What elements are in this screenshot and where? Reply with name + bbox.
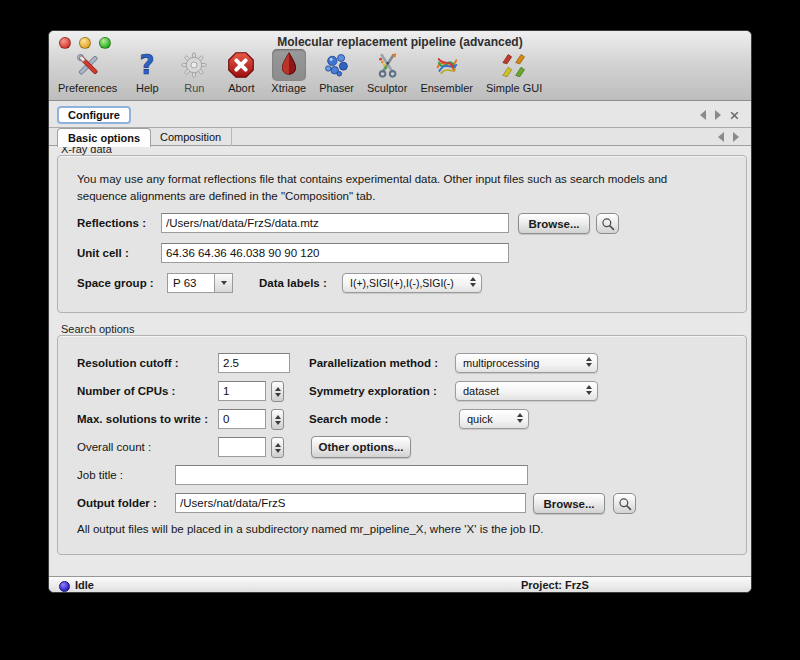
max-solutions-input[interactable] [218, 409, 266, 429]
configure-tab-row: Configure [49, 102, 751, 128]
symmetry-label: Symmetry exploration : [309, 381, 437, 401]
parallelization-value: multiprocessing [463, 357, 539, 369]
status-text: Idle [75, 579, 94, 591]
output-folder-input[interactable] [175, 493, 526, 513]
toolbar-item-ensembler[interactable]: Ensembler [417, 49, 476, 94]
output-note: All output files will be placed in a sub… [77, 523, 544, 535]
num-cpus-input[interactable] [218, 381, 266, 401]
data-labels-label: Data labels : [259, 273, 327, 293]
resolution-cutoff-label: Resolution cutoff : [77, 353, 179, 373]
toolbar-item-help[interactable]: ? Help [127, 49, 167, 94]
symmetry-updown-icon [586, 385, 592, 395]
toolbar-item-preferences[interactable]: Preferences [55, 49, 120, 94]
status-indicator-icon [59, 581, 70, 592]
xray-description-line2: sequence alignments are defined in the "… [77, 190, 375, 202]
space-group-label: Space group : [77, 273, 154, 293]
title-bar: Molecular replacement pipeline (advanced… [49, 31, 751, 101]
max-solutions-label: Max. solutions to write : [77, 409, 208, 429]
output-folder-search-button[interactable] [613, 493, 636, 514]
svg-text:?: ? [140, 51, 155, 79]
ensembler-ribbon-icon [430, 49, 464, 81]
notebook-pager [700, 110, 739, 120]
unit-cell-input[interactable] [161, 243, 509, 263]
data-labels-updown-icon [470, 277, 476, 287]
search-mode-updown-icon [517, 413, 523, 423]
tab-composition[interactable]: Composition [150, 128, 232, 146]
num-cpus-label: Number of CPUs : [77, 381, 175, 401]
status-bar: Idle Project: FrzS [49, 576, 751, 593]
xtriage-icon [272, 49, 306, 81]
resolution-cutoff-input[interactable] [218, 353, 290, 373]
space-group-value: P 63 [173, 277, 196, 289]
magnifier-icon [601, 217, 615, 231]
data-labels-popup[interactable]: I(+),SIGI(+),I(-),SIGI(-) [342, 273, 482, 293]
space-group-dropdown-icon [214, 274, 232, 292]
tab-configure[interactable]: Configure [57, 106, 131, 124]
output-folder-browse-button[interactable]: Browse... [533, 493, 605, 514]
sculptor-scissors-icon [370, 49, 404, 81]
other-options-button[interactable]: Other options... [311, 436, 411, 458]
project-label: Project: FrzS [521, 579, 589, 591]
overall-count-label: Overall count : [77, 437, 151, 457]
run-gear-icon [177, 49, 211, 81]
help-question-icon: ? [130, 49, 164, 81]
phaser-molecule-icon [320, 49, 354, 81]
symmetry-popup[interactable]: dataset [455, 381, 598, 401]
data-labels-value: I(+),SIGI(+),I(-),SIGI(-) [350, 277, 454, 289]
options-tab-row: Basic options Composition [49, 128, 751, 146]
tabs-next-icon[interactable] [733, 132, 739, 142]
toolbar-item-sculptor[interactable]: Sculptor [364, 49, 410, 94]
search-mode-value: quick [467, 413, 493, 425]
abort-stop-icon [224, 49, 258, 81]
basic-options-panel: X-ray data You may use any format reflec… [49, 147, 751, 576]
unit-cell-label: Unit cell : [77, 243, 129, 263]
job-title-label: Job title : [77, 465, 123, 485]
search-mode-label: Search mode : [309, 409, 388, 429]
page-prev-icon[interactable] [700, 110, 706, 120]
overall-count-stepper[interactable] [271, 437, 284, 458]
parallelization-updown-icon [586, 357, 592, 367]
magnifier-icon [618, 497, 632, 511]
max-solutions-stepper[interactable] [271, 409, 284, 430]
toolbar-item-run[interactable]: Run [174, 49, 214, 94]
reflections-search-button[interactable] [596, 213, 619, 234]
search-group-title: Search options [61, 323, 134, 335]
overall-count-input[interactable] [218, 437, 266, 457]
parallelization-label: Parallelization method : [309, 353, 438, 373]
toolbar-item-abort[interactable]: Abort [221, 49, 261, 94]
toolbar-item-simple-gui[interactable]: Simple GUI [483, 49, 545, 94]
reflections-browse-button[interactable]: Browse... [518, 213, 590, 234]
tabs-pager [718, 132, 739, 142]
parallelization-popup[interactable]: multiprocessing [455, 353, 598, 373]
num-cpus-stepper[interactable] [271, 381, 284, 402]
symmetry-value: dataset [463, 385, 499, 397]
window-title: Molecular replacement pipeline (advanced… [49, 35, 751, 49]
space-group-combobox[interactable]: P 63 [167, 273, 233, 293]
search-mode-popup[interactable]: quick [459, 409, 529, 429]
app-window: Molecular replacement pipeline (advanced… [48, 30, 752, 593]
close-tab-icon[interactable] [730, 111, 739, 120]
reflections-label: Reflections : [77, 213, 146, 233]
page-next-icon[interactable] [715, 110, 721, 120]
toolbar-item-phaser[interactable]: Phaser [316, 49, 357, 94]
job-title-input[interactable] [175, 465, 528, 485]
toolbar-item-xtriage[interactable]: Xtriage [268, 49, 309, 94]
tab-basic-options[interactable]: Basic options [57, 128, 151, 147]
simple-gui-icon [497, 49, 531, 81]
tabs-prev-icon[interactable] [718, 132, 724, 142]
output-folder-label: Output folder : [77, 493, 157, 513]
toolbar: Preferences ? Help [55, 49, 545, 94]
preferences-tools-icon [71, 49, 105, 81]
reflections-input[interactable] [161, 213, 509, 233]
xray-description-line1: You may use any format reflections file … [77, 173, 667, 185]
